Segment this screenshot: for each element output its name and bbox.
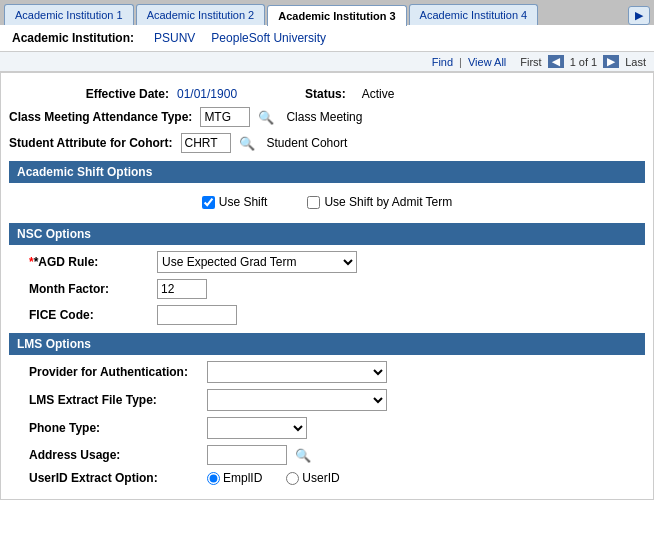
institution-code: PSUNV	[154, 31, 195, 45]
nav-last-button[interactable]: ▶	[603, 55, 619, 68]
address-usage-search-icon[interactable]: 🔍	[295, 448, 311, 463]
address-usage-row: Address Usage: 🔍	[9, 445, 645, 465]
userid-label: UserID	[302, 471, 339, 485]
fice-code-row: FICE Code:	[9, 305, 645, 325]
emplid-label: EmplID	[223, 471, 262, 485]
nav-first-button[interactable]: ◀	[548, 55, 564, 68]
academic-shift-options: Use Shift Use Shift by Admit Term	[9, 189, 645, 215]
emplid-radio[interactable]	[207, 472, 220, 485]
status-label: Status:	[305, 87, 346, 101]
use-shift-item: Use Shift	[202, 195, 268, 209]
effective-date-value: 01/01/1900	[177, 87, 237, 101]
agd-rule-select[interactable]: Use Expected Grad Term Use Admit Term Us…	[157, 251, 357, 273]
use-shift-label: Use Shift	[219, 195, 268, 209]
phone-type-row: Phone Type:	[9, 417, 645, 439]
class-meeting-search-icon[interactable]: 🔍	[258, 110, 274, 125]
provider-auth-row: Provider for Authentication:	[9, 361, 645, 383]
tabs-scroll-right[interactable]: ▶	[628, 6, 650, 25]
institution-label: Academic Institution:	[12, 31, 134, 45]
institution-header: Academic Institution: PSUNV PeopleSoft U…	[0, 25, 654, 52]
main-content-area: Effective Date: 01/01/1900 Status: Activ…	[0, 72, 654, 500]
address-usage-label: Address Usage:	[29, 448, 199, 462]
nsc-options-section-header: NSC Options	[9, 223, 645, 245]
provider-auth-select[interactable]	[207, 361, 387, 383]
page-indicator: 1 of 1	[570, 56, 598, 68]
userid-extract-row: UserID Extract Option: EmplID UserID	[9, 471, 645, 485]
lms-extract-row: LMS Extract File Type:	[9, 389, 645, 411]
tabs-bar: Academic Institution 1 Academic Institut…	[0, 0, 654, 25]
userid-radio[interactable]	[286, 472, 299, 485]
student-attribute-search-icon[interactable]: 🔍	[239, 136, 255, 151]
month-factor-row: Month Factor:	[9, 279, 645, 299]
tab-institution-4[interactable]: Academic Institution 4	[409, 4, 539, 25]
status-value: Active	[362, 87, 395, 101]
provider-auth-label: Provider for Authentication:	[29, 365, 199, 379]
use-shift-checkbox[interactable]	[202, 196, 215, 209]
class-meeting-code-input[interactable]	[200, 107, 250, 127]
academic-shift-section-header: Academic Shift Options	[9, 161, 645, 183]
toolbar: Find | View All First ◀ 1 of 1 ▶ Last	[0, 52, 654, 72]
agd-rule-row: **AGD Rule: Use Expected Grad Term Use A…	[9, 251, 645, 273]
class-meeting-description: Class Meeting	[286, 110, 362, 124]
student-attribute-label: Student Attribute for Cohort:	[9, 136, 173, 150]
effective-date-row: Effective Date: 01/01/1900 Status: Activ…	[9, 87, 645, 101]
tab-institution-2[interactable]: Academic Institution 2	[136, 4, 266, 25]
use-shift-admit-term-item: Use Shift by Admit Term	[307, 195, 452, 209]
student-attribute-code-input[interactable]	[181, 133, 231, 153]
tab-institution-3[interactable]: Academic Institution 3	[267, 5, 406, 26]
fice-code-input[interactable]	[157, 305, 237, 325]
emplid-radio-item[interactable]: EmplID	[207, 471, 262, 485]
agd-rule-label: **AGD Rule:	[29, 255, 149, 269]
userid-radio-item[interactable]: UserID	[286, 471, 339, 485]
class-meeting-label: Class Meeting Attendance Type:	[9, 110, 192, 124]
lms-options-section-header: LMS Options	[9, 333, 645, 355]
nav-last-label: Last	[625, 56, 646, 68]
month-factor-input[interactable]	[157, 279, 207, 299]
use-shift-admit-term-checkbox[interactable]	[307, 196, 320, 209]
class-meeting-row: Class Meeting Attendance Type: 🔍 Class M…	[9, 107, 645, 127]
month-factor-label: Month Factor:	[29, 282, 149, 296]
tab-institution-1[interactable]: Academic Institution 1	[4, 4, 134, 25]
view-all-link[interactable]: View All	[468, 56, 506, 68]
student-attribute-row: Student Attribute for Cohort: 🔍 Student …	[9, 133, 645, 153]
student-attribute-description: Student Cohort	[267, 136, 348, 150]
userid-extract-label: UserID Extract Option:	[29, 471, 199, 485]
find-link[interactable]: Find	[432, 56, 453, 68]
fice-code-label: FICE Code:	[29, 308, 149, 322]
effective-date-label: Effective Date:	[9, 87, 169, 101]
phone-type-select[interactable]	[207, 417, 307, 439]
lms-extract-label: LMS Extract File Type:	[29, 393, 199, 407]
address-usage-input[interactable]	[207, 445, 287, 465]
institution-name: PeopleSoft University	[211, 31, 326, 45]
nav-first-label: First	[520, 56, 541, 68]
use-shift-admit-term-label: Use Shift by Admit Term	[324, 195, 452, 209]
phone-type-label: Phone Type:	[29, 421, 199, 435]
lms-extract-select[interactable]	[207, 389, 387, 411]
